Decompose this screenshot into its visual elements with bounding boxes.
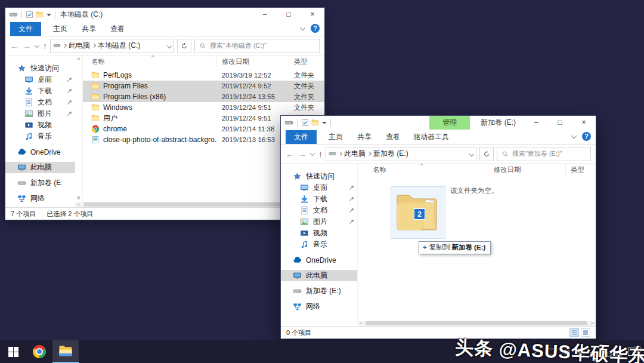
recent-locations-icon[interactable]	[35, 42, 39, 47]
column-header-type[interactable]: 类型	[289, 56, 324, 67]
taskbar-chrome-button[interactable]	[26, 340, 52, 363]
up-button[interactable]: ↑	[318, 149, 323, 159]
refresh-button[interactable]	[177, 39, 191, 53]
breadcrumb[interactable]: 此电脑 本地磁盘 (C:)	[50, 39, 174, 53]
search-input[interactable]: 搜索"本地磁盘 (C:)"	[194, 39, 320, 53]
sidebar-item[interactable]: 网络	[5, 193, 75, 202]
collapse-ribbon-icon[interactable]	[300, 24, 306, 30]
statusbar: 7 个项目 已选择 2 个项目	[5, 207, 324, 220]
sidebar-item[interactable]: 下载	[281, 193, 357, 205]
details-view-button[interactable]	[569, 328, 579, 337]
sidebar-item[interactable]: 图片	[5, 108, 75, 119]
back-button[interactable]: ←	[286, 149, 294, 159]
scroll-left-icon[interactable]: <	[357, 321, 364, 326]
tab-file[interactable]: 文件	[10, 22, 41, 36]
sidebar-item[interactable]: 下载	[5, 85, 75, 97]
tab-view[interactable]: 查看	[379, 130, 407, 144]
scroll-left-icon[interactable]: <	[75, 202, 82, 207]
forward-button[interactable]: →	[298, 149, 306, 159]
breadcrumb-local-disk[interactable]: 本地磁盘 (C:)	[98, 41, 140, 51]
sidebar-item[interactable]: 快速访问	[281, 171, 357, 182]
refresh-button[interactable]	[479, 147, 494, 161]
thumbnail-view-icon	[583, 330, 589, 336]
tab-share[interactable]: 共享	[350, 130, 379, 144]
sidebar-item[interactable]: 文档	[5, 97, 75, 108]
back-button[interactable]: ←	[10, 41, 18, 51]
column-header-date[interactable]: 修改日期	[488, 164, 566, 176]
scroll-right-icon[interactable]: >	[589, 321, 596, 326]
new-folder-icon[interactable]	[311, 119, 319, 127]
window-title: 本地磁盘 (C:)	[60, 10, 103, 20]
minimize-button[interactable]: –	[524, 116, 548, 130]
start-button[interactable]	[0, 340, 26, 363]
column-header-name[interactable]: 名称	[83, 56, 217, 67]
sidebar-item[interactable]: 新加卷 (E:)	[281, 285, 357, 297]
recent-locations-icon[interactable]	[310, 150, 315, 155]
explorer-window-new-volume-e[interactable]: 管理 新加卷 (E:) – □ × 文件 主页 共享 查看 驱动器工具 ? ← …	[280, 115, 596, 339]
sidebar-item[interactable]: 视频	[5, 119, 75, 131]
address-dropdown-icon[interactable]	[469, 151, 474, 156]
up-button[interactable]: ↑	[43, 41, 47, 51]
qat-customize-icon[interactable]	[322, 122, 327, 124]
drive-icon	[9, 10, 18, 19]
navigation-pane: 快速访问 桌面 下载 文档 图片	[5, 56, 75, 202]
breadcrumb-new-volume[interactable]: 新加卷 (E:)	[373, 149, 408, 159]
breadcrumb[interactable]: 此电脑 新加卷 (E:)	[326, 147, 476, 161]
tab-home[interactable]: 主页	[46, 22, 75, 36]
properties-icon[interactable]	[301, 119, 309, 127]
tab-view[interactable]: 查看	[103, 22, 132, 36]
sidebar-item[interactable]: 图片	[281, 216, 357, 227]
help-icon[interactable]: ?	[311, 24, 320, 33]
help-icon[interactable]: ?	[582, 132, 591, 141]
file-row[interactable]: PerfLogs 2019/3/19 12:52 文件夹	[83, 70, 324, 81]
address-dropdown-icon[interactable]	[167, 43, 172, 48]
contextual-tab-manage[interactable]: 管理	[429, 116, 470, 130]
sidebar-item[interactable]: OneDrive	[281, 254, 357, 266]
collapse-ribbon-icon[interactable]	[571, 133, 577, 139]
breadcrumb-this-pc[interactable]: 此电脑	[69, 41, 90, 51]
close-button[interactable]: ×	[301, 8, 324, 21]
maximize-button[interactable]: □	[548, 116, 572, 130]
properties-icon[interactable]	[26, 11, 33, 19]
maximize-button[interactable]: □	[277, 8, 301, 21]
sidebar-item-icon	[24, 109, 33, 118]
tab-file[interactable]: 文件	[286, 130, 317, 144]
tab-drive-tools[interactable]: 驱动器工具	[407, 130, 455, 144]
qat-customize-icon[interactable]	[47, 14, 51, 16]
sidebar-item-icon	[300, 229, 309, 238]
tab-home[interactable]: 主页	[321, 130, 350, 144]
breadcrumb-this-pc[interactable]: 此电脑	[344, 149, 366, 159]
file-row[interactable]: Program Files 2019/12/24 9:52 文件夹	[83, 81, 324, 91]
titlebar[interactable]: 本地磁盘 (C:) – □ ×	[5, 8, 324, 21]
new-folder-icon[interactable]	[36, 11, 44, 19]
horizontal-scrollbar[interactable]: < >	[357, 321, 596, 326]
sidebar-item[interactable]: 快速访问	[5, 63, 75, 74]
sidebar-item[interactable]: 桌面	[281, 182, 357, 193]
minimize-button[interactable]: –	[253, 8, 277, 21]
sidebar-item[interactable]: 桌面	[5, 74, 75, 85]
forward-button[interactable]: →	[23, 41, 31, 51]
tab-share[interactable]: 共享	[75, 22, 103, 36]
sidebar-item[interactable]: 视频	[281, 227, 357, 239]
sidebar-item[interactable]: OneDrive	[5, 146, 75, 158]
column-header-name[interactable]: 名称	[358, 164, 488, 176]
column-header-date[interactable]: 修改日期	[217, 56, 289, 67]
sidebar-item[interactable]: 音乐	[281, 239, 357, 250]
sidebar-item[interactable]: 此电脑	[5, 162, 75, 173]
sidebar-item[interactable]: 文档	[281, 205, 357, 216]
column-header-type[interactable]: 类型	[566, 164, 596, 176]
file-row[interactable]: Windows 2019/12/24 9:51 文件夹	[83, 102, 324, 113]
sidebar-item[interactable]: 新加卷 (E:)	[5, 177, 75, 189]
taskbar-explorer-button[interactable]	[52, 340, 79, 363]
sidebar-item[interactable]: 此电脑	[281, 270, 357, 281]
file-row[interactable]: Program Files (x86) 2019/12/24 13:55 文件夹	[83, 91, 324, 102]
search-input[interactable]: 搜索"新加卷 (E:)"	[497, 147, 591, 161]
sidebar-item[interactable]: 网络	[281, 301, 357, 312]
thumbnail-view-button[interactable]	[581, 328, 590, 337]
close-button[interactable]: ×	[572, 116, 596, 130]
explorer-window-local-disk-c[interactable]: 本地磁盘 (C:) – □ × 文件 主页 共享 查看 ? ← → ↑ 此电脑 …	[5, 7, 325, 220]
navpane-scrollbar[interactable]: ^v	[75, 56, 82, 202]
sidebar-item[interactable]: 音乐	[5, 131, 75, 142]
sidebar-item-icon	[17, 163, 26, 172]
titlebar[interactable]: 管理 新加卷 (E:) – □ ×	[281, 116, 596, 130]
